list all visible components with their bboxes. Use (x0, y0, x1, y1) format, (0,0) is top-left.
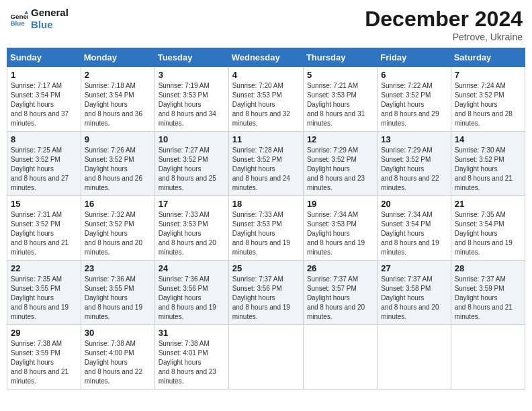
logo-icon: General Blue (9, 9, 28, 28)
day-number: 4 (232, 70, 300, 80)
day-number: 3 (159, 70, 225, 80)
title-block: December 2024 Petrove, Ukraine (365, 7, 523, 42)
day-number: 22 (11, 263, 77, 273)
svg-marker-2 (24, 10, 28, 14)
day-info: Sunrise: 7:26 AM Sunset: 3:52 PM Dayligh… (85, 146, 151, 193)
day-number: 6 (381, 70, 447, 80)
day-info: Sunrise: 7:33 AM Sunset: 3:53 PM Dayligh… (232, 210, 300, 257)
day-number: 27 (381, 263, 447, 273)
day-number: 7 (455, 70, 521, 80)
day-info: Sunrise: 7:27 AM Sunset: 3:52 PM Dayligh… (159, 146, 225, 193)
calendar-table: Sunday Monday Tuesday Wednesday Thursday… (7, 48, 525, 390)
calendar-cell: 2 Sunrise: 7:18 AM Sunset: 3:54 PM Dayli… (81, 67, 154, 132)
day-info: Sunrise: 7:30 AM Sunset: 3:52 PM Dayligh… (455, 146, 521, 193)
col-sunday: Sunday (7, 48, 81, 67)
calendar-cell (303, 325, 377, 390)
day-info: Sunrise: 7:34 AM Sunset: 3:54 PM Dayligh… (381, 210, 447, 257)
day-info: Sunrise: 7:36 AM Sunset: 3:55 PM Dayligh… (85, 275, 151, 322)
calendar-cell: 13 Sunrise: 7:29 AM Sunset: 3:52 PM Dayl… (378, 132, 451, 196)
calendar-cell: 11 Sunrise: 7:28 AM Sunset: 3:52 PM Dayl… (228, 132, 303, 196)
day-info: Sunrise: 7:24 AM Sunset: 3:52 PM Dayligh… (455, 81, 521, 128)
day-number: 24 (159, 263, 225, 273)
day-info: Sunrise: 7:29 AM Sunset: 3:52 PM Dayligh… (381, 146, 447, 193)
day-info: Sunrise: 7:22 AM Sunset: 3:52 PM Dayligh… (381, 81, 447, 128)
col-thursday: Thursday (303, 48, 377, 67)
day-number: 1 (11, 70, 77, 80)
calendar-cell: 20 Sunrise: 7:34 AM Sunset: 3:54 PM Dayl… (378, 196, 451, 261)
day-info: Sunrise: 7:20 AM Sunset: 3:53 PM Dayligh… (232, 81, 300, 128)
month-year: December 2024 (365, 7, 523, 32)
calendar-cell: 14 Sunrise: 7:30 AM Sunset: 3:52 PM Dayl… (451, 132, 525, 196)
day-info: Sunrise: 7:37 AM Sunset: 3:56 PM Dayligh… (232, 275, 300, 322)
day-info: Sunrise: 7:37 AM Sunset: 3:58 PM Dayligh… (381, 275, 447, 322)
day-number: 23 (85, 263, 151, 273)
day-info: Sunrise: 7:38 AM Sunset: 4:01 PM Dayligh… (159, 339, 225, 386)
col-friday: Friday (378, 48, 451, 67)
calendar-cell: 10 Sunrise: 7:27 AM Sunset: 3:52 PM Dayl… (154, 132, 228, 196)
day-info: Sunrise: 7:18 AM Sunset: 3:54 PM Dayligh… (85, 81, 151, 128)
day-number: 25 (232, 263, 300, 273)
calendar-cell: 7 Sunrise: 7:24 AM Sunset: 3:52 PM Dayli… (451, 67, 525, 132)
day-info: Sunrise: 7:36 AM Sunset: 3:56 PM Dayligh… (159, 275, 225, 322)
day-number: 16 (85, 199, 151, 209)
calendar-week-5: 29 Sunrise: 7:38 AM Sunset: 3:59 PM Dayl… (7, 325, 525, 390)
day-number: 5 (307, 70, 373, 80)
logo: General Blue GeneralBlue (9, 7, 69, 31)
calendar-cell: 15 Sunrise: 7:31 AM Sunset: 3:52 PM Dayl… (7, 196, 81, 261)
calendar-cell: 22 Sunrise: 7:35 AM Sunset: 3:55 PM Dayl… (7, 261, 81, 325)
svg-text:Blue: Blue (10, 19, 25, 27)
calendar-cell: 28 Sunrise: 7:37 AM Sunset: 3:59 PM Dayl… (451, 261, 525, 325)
day-info: Sunrise: 7:21 AM Sunset: 3:53 PM Dayligh… (307, 81, 373, 128)
calendar-cell: 3 Sunrise: 7:19 AM Sunset: 3:53 PM Dayli… (154, 67, 228, 132)
day-info: Sunrise: 7:33 AM Sunset: 3:53 PM Dayligh… (159, 210, 225, 257)
calendar-header-row: Sunday Monday Tuesday Wednesday Thursday… (7, 48, 525, 67)
day-info: Sunrise: 7:34 AM Sunset: 3:53 PM Dayligh… (307, 210, 373, 257)
calendar-cell: 23 Sunrise: 7:36 AM Sunset: 3:55 PM Dayl… (81, 261, 154, 325)
calendar-week-2: 8 Sunrise: 7:25 AM Sunset: 3:52 PM Dayli… (7, 132, 525, 196)
calendar-cell: 18 Sunrise: 7:33 AM Sunset: 3:53 PM Dayl… (228, 196, 303, 261)
col-monday: Monday (81, 48, 154, 67)
calendar-cell: 6 Sunrise: 7:22 AM Sunset: 3:52 PM Dayli… (378, 67, 451, 132)
calendar-cell: 12 Sunrise: 7:29 AM Sunset: 3:52 PM Dayl… (303, 132, 377, 196)
day-info: Sunrise: 7:38 AM Sunset: 4:00 PM Dayligh… (85, 339, 151, 386)
page-header: General Blue GeneralBlue December 2024 P… (7, 7, 525, 42)
day-info: Sunrise: 7:19 AM Sunset: 3:53 PM Dayligh… (159, 81, 225, 128)
day-number: 17 (159, 199, 225, 209)
calendar-cell: 31 Sunrise: 7:38 AM Sunset: 4:01 PM Dayl… (154, 325, 228, 390)
calendar-cell: 26 Sunrise: 7:37 AM Sunset: 3:57 PM Dayl… (303, 261, 377, 325)
location: Petrove, Ukraine (365, 32, 523, 42)
day-info: Sunrise: 7:38 AM Sunset: 3:59 PM Dayligh… (11, 339, 77, 386)
day-number: 15 (11, 199, 77, 209)
calendar-week-4: 22 Sunrise: 7:35 AM Sunset: 3:55 PM Dayl… (7, 261, 525, 325)
col-wednesday: Wednesday (228, 48, 303, 67)
day-number: 12 (307, 134, 373, 144)
day-number: 29 (11, 328, 77, 338)
col-saturday: Saturday (451, 48, 525, 67)
day-info: Sunrise: 7:35 AM Sunset: 3:55 PM Dayligh… (11, 275, 77, 322)
day-number: 20 (381, 199, 447, 209)
calendar-cell: 29 Sunrise: 7:38 AM Sunset: 3:59 PM Dayl… (7, 325, 81, 390)
day-number: 21 (455, 199, 521, 209)
day-info: Sunrise: 7:29 AM Sunset: 3:52 PM Dayligh… (307, 146, 373, 193)
calendar-cell: 21 Sunrise: 7:35 AM Sunset: 3:54 PM Dayl… (451, 196, 525, 261)
calendar-week-1: 1 Sunrise: 7:17 AM Sunset: 3:54 PM Dayli… (7, 67, 525, 132)
calendar-cell: 8 Sunrise: 7:25 AM Sunset: 3:52 PM Dayli… (7, 132, 81, 196)
day-info: Sunrise: 7:25 AM Sunset: 3:52 PM Dayligh… (11, 146, 77, 193)
calendar-cell: 1 Sunrise: 7:17 AM Sunset: 3:54 PM Dayli… (7, 67, 81, 132)
calendar-cell: 17 Sunrise: 7:33 AM Sunset: 3:53 PM Dayl… (154, 196, 228, 261)
day-number: 28 (455, 263, 521, 273)
calendar-cell (378, 325, 451, 390)
day-info: Sunrise: 7:35 AM Sunset: 3:54 PM Dayligh… (455, 210, 521, 257)
day-number: 11 (232, 134, 300, 144)
day-number: 18 (232, 199, 300, 209)
calendar-cell: 30 Sunrise: 7:38 AM Sunset: 4:00 PM Dayl… (81, 325, 154, 390)
calendar-cell: 27 Sunrise: 7:37 AM Sunset: 3:58 PM Dayl… (378, 261, 451, 325)
day-number: 10 (159, 134, 225, 144)
col-tuesday: Tuesday (154, 48, 228, 67)
day-number: 14 (455, 134, 521, 144)
day-number: 26 (307, 263, 373, 273)
day-info: Sunrise: 7:17 AM Sunset: 3:54 PM Dayligh… (11, 81, 77, 128)
day-number: 19 (307, 199, 373, 209)
calendar-cell: 5 Sunrise: 7:21 AM Sunset: 3:53 PM Dayli… (303, 67, 377, 132)
calendar-cell (228, 325, 303, 390)
